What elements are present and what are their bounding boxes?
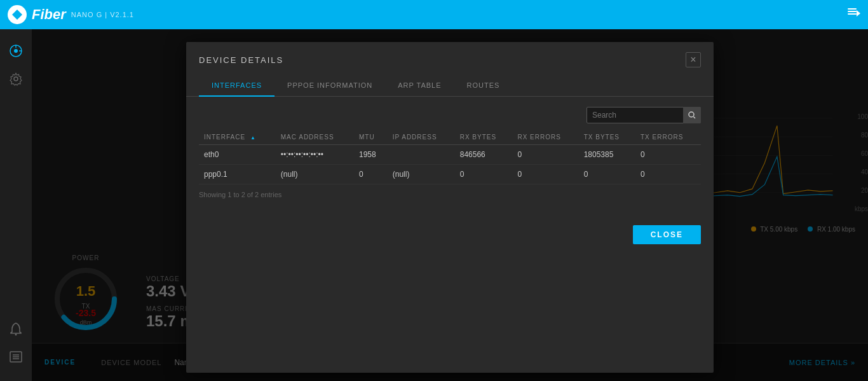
col-interface: INTERFACE ▲	[199, 130, 276, 145]
row1-rx-bytes: 846566	[455, 145, 513, 165]
entries-text: Showing 1 to 2 of 2 entries	[199, 191, 701, 198]
sort-asc-icon: ▲	[250, 135, 256, 141]
sidebar	[0, 29, 32, 381]
svg-point-9	[15, 334, 17, 336]
row2-mac: (null)	[276, 165, 354, 184]
modal-footer: CLOSE	[186, 215, 714, 254]
col-mtu: MTU	[354, 130, 388, 145]
interfaces-table: INTERFACE ▲ MAC ADDRESS MTU IP ADDRESS R…	[199, 130, 701, 184]
col-rx-bytes: RX BYTES	[455, 130, 513, 145]
row1-interface: eth0	[199, 145, 276, 165]
logo	[8, 5, 27, 24]
main-content: DASHBOARD THROUGHPUT 100	[32, 29, 868, 381]
row2-rx-bytes: 0	[455, 165, 513, 184]
search-input-wrap	[587, 107, 701, 123]
exit-button[interactable]	[846, 6, 860, 24]
col-tx-errors: TX ERRORS	[635, 130, 701, 145]
close-button[interactable]: CLOSE	[633, 225, 701, 244]
row1-mtu: 1958	[354, 145, 388, 165]
row2-mtu: 0	[354, 165, 388, 184]
table-row: ppp0.1 (null) 0 (null) 0 0 0 0	[199, 165, 701, 184]
modal-title: DEVICE DETAILS	[199, 55, 283, 65]
row2-interface: ppp0.1	[199, 165, 276, 184]
svg-point-5	[14, 49, 18, 53]
col-tx-bytes: TX BYTES	[579, 130, 635, 145]
row2-tx-bytes: 0	[579, 165, 635, 184]
row1-rx-errors: 0	[512, 145, 578, 165]
row1-tx-bytes: 1805385	[579, 145, 635, 165]
logo-mark	[12, 10, 22, 20]
row1-ip	[388, 145, 455, 165]
sidebar-icon-notifications[interactable]	[4, 317, 27, 340]
modal-header: DEVICE DETAILS ×	[186, 42, 714, 67]
row1-mac: ••:••:••:••:••:••	[276, 145, 354, 165]
svg-point-8	[14, 77, 18, 81]
sidebar-icon-dashboard[interactable]	[4, 39, 27, 62]
sidebar-icon-settings[interactable]	[4, 67, 27, 90]
device-details-modal: DEVICE DETAILS × INTERFACES PPPOE INFORM…	[186, 42, 714, 373]
col-mac: MAC ADDRESS	[276, 130, 354, 145]
col-ip: IP ADDRESS	[388, 130, 455, 145]
search-row	[199, 107, 701, 123]
svg-rect-2	[848, 13, 857, 15]
version-label: NANO G | V2.1.1	[71, 11, 134, 18]
modal-close-button[interactable]: ×	[686, 52, 701, 67]
svg-line-26	[694, 117, 696, 119]
sidebar-bottom	[4, 317, 27, 381]
tab-pppoe[interactable]: PPPOE INFORMATION	[275, 75, 385, 97]
topbar: Fiber NANO G | V2.1.1	[0, 0, 868, 29]
tab-arp[interactable]: ARP TABLE	[385, 75, 454, 97]
tab-routes[interactable]: ROUTES	[454, 75, 513, 97]
row2-rx-errors: 0	[512, 165, 578, 184]
row2-tx-errors: 0	[635, 165, 701, 184]
sidebar-icon-list[interactable]	[4, 345, 27, 368]
table-body: eth0 ••:••:••:••:••:•• 1958 846566 0 180…	[199, 145, 701, 184]
search-button[interactable]	[683, 107, 701, 123]
table-row: eth0 ••:••:••:••:••:•• 1958 846566 0 180…	[199, 145, 701, 165]
modal-overlay: DEVICE DETAILS × INTERFACES PPPOE INFORM…	[32, 29, 868, 381]
row2-ip: (null)	[388, 165, 455, 184]
svg-rect-1	[848, 11, 857, 12]
modal-body: INTERFACE ▲ MAC ADDRESS MTU IP ADDRESS R…	[186, 97, 714, 209]
svg-point-25	[689, 112, 694, 117]
brand-name: Fiber	[32, 6, 66, 23]
tab-interfaces[interactable]: INTERFACES	[199, 75, 275, 97]
table-header: INTERFACE ▲ MAC ADDRESS MTU IP ADDRESS R…	[199, 130, 701, 145]
col-rx-errors: RX ERRORS	[512, 130, 578, 145]
modal-tabs: INTERFACES PPPOE INFORMATION ARP TABLE R…	[186, 75, 714, 97]
row1-tx-errors: 0	[635, 145, 701, 165]
svg-rect-0	[848, 8, 857, 10]
svg-marker-3	[857, 10, 860, 17]
